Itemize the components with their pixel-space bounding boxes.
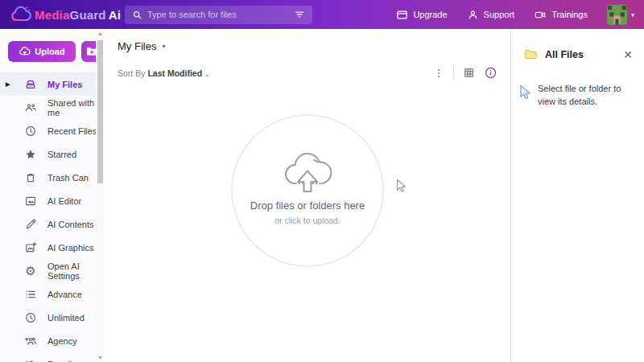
sidebar-item-ai-contents[interactable]: AI Contents [0,212,105,236]
caret-right-icon[interactable]: ▶ [6,81,10,88]
main-content: My Files ▾ Sort ByLast Modified⌄ [105,29,510,362]
brand-logo: MediaGuardAi [0,5,115,24]
image-plus-icon [24,241,37,254]
clock-icon [24,125,37,138]
details-panel: All Files ✕ Select file or folder to vie… [510,29,644,362]
avatar[interactable] [607,5,627,25]
sidebar-item-label: AI Contents [47,220,93,229]
brand-cloud-icon [10,5,31,24]
sidebar-item-ai-graphics[interactable]: AI Graphics [0,236,105,259]
sidebar-item-open-ai-settings[interactable]: ⚙ Open AI Settings [0,259,105,282]
close-icon[interactable]: ✕ [623,49,633,60]
sidebar-item-label: Reseller [47,360,80,362]
details-message: Select file or folder to view its detail… [538,83,640,109]
details-panel-title: All Files [545,49,584,60]
group-add-icon [24,335,37,348]
search-icon [132,10,142,20]
folder-icon [524,48,538,60]
select-cursor-icon [519,84,532,109]
upload-label: Upload [35,47,64,56]
person-add-icon [24,358,37,362]
mouse-cursor [396,179,407,193]
file-toolbar: Sort ByLast Modified⌄ [105,52,510,80]
sidebar-item-label: Unlimited [47,313,85,323]
gear-icon: ⚙ [24,265,37,278]
sidebar-item-ai-editor[interactable]: AI Editor [0,189,105,212]
scroll-down-icon[interactable]: ▼ [96,355,105,360]
sidebar-item-label: Recent Files [47,126,97,136]
search-input[interactable] [147,10,289,19]
trainings-label: Trainings [551,10,588,19]
toolbar-divider [453,67,454,80]
sidebar-item-reseller[interactable]: Reseller [0,352,105,362]
sidebar-item-label: Agency [47,336,77,346]
cloud-upload-icon [19,46,31,58]
scroll-up-icon[interactable]: ▲ [96,31,105,36]
info-icon[interactable] [484,66,497,80]
upgrade-button[interactable]: Upgrade [396,9,447,21]
star-icon [24,148,37,161]
dropzone-subtitle: or click to upload. [233,216,382,225]
sidebar-item-agency[interactable]: Agency [0,329,105,352]
sidebar-nav: ▶ My Files Shared with me [0,72,105,362]
brand-name: MediaGuardAi [35,8,121,22]
breadcrumb[interactable]: My Files ▾ [105,29,510,52]
sidebar: Upload ▶ [0,29,105,362]
sidebar-scrollbar[interactable]: ▲ ▼ [96,29,105,362]
chevron-down-icon[interactable]: ▾ [631,11,634,19]
filter-icon[interactable] [294,9,305,20]
upload-dropzone[interactable]: Drop files or folders here or click to u… [231,114,384,267]
sidebar-item-label: Trash Can [47,173,89,183]
sort-by-dropdown[interactable]: Sort ByLast Modified⌄ [118,68,210,78]
dropzone-title: Drop files or folders here [233,200,382,212]
image-icon [24,195,37,208]
video-camera-icon [534,9,547,21]
trash-icon [24,171,37,184]
cloud-upload-icon [280,145,335,195]
sidebar-item-unlimited[interactable]: Unlimited [0,306,105,329]
list-icon [24,288,37,301]
search-bar[interactable] [125,6,312,24]
upgrade-label: Upgrade [413,10,447,19]
more-options-icon[interactable] [433,67,444,80]
scrollbar-thumb[interactable] [97,40,103,183]
topbar: MediaGuardAi Upgrade [0,0,644,29]
support-label: Support [484,10,515,19]
sidebar-item-label: My Files [47,80,82,89]
sidebar-item-label: Starred [47,150,76,159]
sidebar-item-shared-with-me[interactable]: Shared with me [0,96,105,119]
trainings-button[interactable]: Trainings [534,9,588,21]
sidebar-item-label: Advance [47,290,82,299]
people-icon [24,101,37,114]
clock-icon [24,311,37,324]
support-button[interactable]: Support [467,9,515,21]
upgrade-card-icon [396,9,408,21]
sidebar-item-label: AI Editor [47,196,81,206]
breadcrumb-label[interactable]: My Files [118,40,156,52]
sidebar-item-recent-files[interactable]: Recent Files [0,119,105,142]
chevron-down-icon: ⌄ [204,71,210,78]
drive-icon [24,78,37,91]
account-menu[interactable]: ▾ [607,5,634,25]
pencil-icon [24,218,37,231]
sidebar-item-my-files[interactable]: ▶ My Files [0,72,105,96]
sidebar-item-trash-can[interactable]: Trash Can [0,166,105,189]
upload-button[interactable]: Upload [8,41,76,62]
sidebar-item-label: AI Graphics [47,243,93,253]
sidebar-item-advance[interactable]: Advance [0,282,105,306]
chevron-down-icon[interactable]: ▾ [162,43,165,50]
person-icon [467,9,479,21]
sidebar-item-starred[interactable]: Starred [0,142,105,166]
grid-view-icon[interactable] [463,67,475,79]
